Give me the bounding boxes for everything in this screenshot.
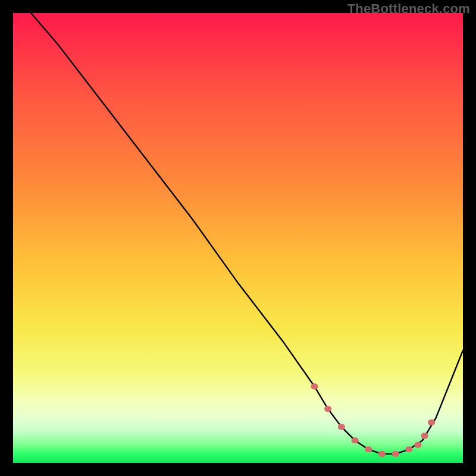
curve-layer [13, 13, 463, 463]
marker-dot [378, 451, 386, 457]
marker-group [311, 384, 436, 457]
chart-stage: TheBottleneck.com [0, 0, 476, 476]
marker-dot [352, 437, 359, 443]
marker-dot [428, 419, 435, 425]
marker-dot [405, 446, 412, 452]
marker-dot [421, 433, 428, 439]
marker-dot [338, 424, 345, 430]
bottleneck-curve [31, 13, 463, 454]
marker-dot [392, 451, 399, 457]
plot-area [13, 13, 463, 463]
marker-dot [324, 406, 331, 412]
marker-dot [414, 442, 421, 448]
marker-dot [365, 446, 372, 452]
marker-dot [311, 384, 318, 390]
